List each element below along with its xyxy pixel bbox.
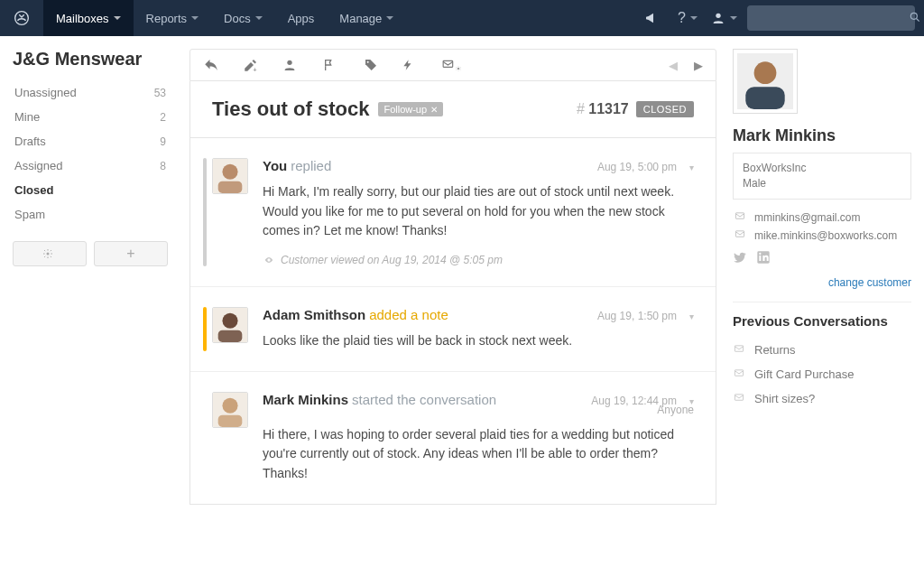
mailbox-title: J&G Menswear [13,49,168,70]
change-customer-link[interactable]: change customer [733,276,911,289]
customer-info: BoxWorksInc Male [733,153,911,200]
workflow-icon[interactable] [402,57,417,73]
assign-icon[interactable] [282,58,300,72]
svg-rect-20 [745,87,784,109]
sidebar-add-button[interactable]: + [94,241,168,266]
svg-rect-11 [218,181,243,193]
svg-point-3 [47,253,50,256]
email-icon [733,392,745,405]
nav-manage[interactable]: Manage [327,0,406,36]
tag-badge[interactable]: Follow-up✕ [378,102,443,116]
linkedin-icon[interactable] [756,250,771,267]
prev-icon[interactable]: ◀ [669,59,678,72]
svg-point-13 [222,313,237,329]
status-badge: CLOSED [636,101,694,117]
remove-tag-icon[interactable]: ✕ [430,105,438,115]
nav-docs[interactable]: Docs [211,0,275,36]
folder-closed[interactable]: Closed [13,178,168,202]
svg-rect-24 [759,256,761,261]
caret-down-icon [386,16,393,20]
avatar [212,392,248,428]
caret-down-icon [255,16,263,20]
status-icon[interactable] [323,58,340,72]
conversation-toolbar: + ◀ ▶ [189,49,716,81]
customer-email[interactable]: mminkins@gmail.com [733,209,911,227]
customer-socials [733,250,911,267]
avatar [212,158,248,194]
tag-icon[interactable] [364,58,378,72]
top-nav: Mailboxes Reports Docs Apps Manage ? [0,0,924,36]
svg-rect-7 [443,60,453,67]
previous-conversation[interactable]: Gift Card Purchase [733,362,911,386]
conversation-subject: Ties out of stock [212,98,369,121]
svg-rect-14 [218,330,243,342]
message-menu-icon[interactable]: ▾ [689,311,694,321]
svg-point-25 [759,252,761,254]
folder-mine[interactable]: Mine2 [13,105,168,129]
message: Mark Minkinsstarted the conversationAug … [190,371,716,504]
search-input[interactable] [756,6,909,30]
nav-apps[interactable]: Apps [275,0,328,36]
caret-down-icon [690,16,698,20]
avatar [212,307,248,343]
logo[interactable] [0,0,43,36]
nav-reports[interactable]: Reports [134,0,212,36]
svg-point-1 [716,14,720,18]
message: YourepliedAug 19, 5:00 pm▾Hi Mark, I'm r… [190,138,716,286]
twitter-icon[interactable] [733,250,747,267]
folder-assigned[interactable]: Assigned8 [13,153,168,178]
sidebar-settings-button[interactable] [13,241,87,266]
customer-name: Mark Minkins [733,126,911,145]
reply-icon[interactable] [203,57,219,73]
message-menu-icon[interactable]: ▾ [689,163,694,172]
svg-rect-17 [218,414,243,426]
options-icon[interactable] [440,58,465,72]
folder-drafts[interactable]: Drafts9 [13,129,168,153]
previous-conversations-title: Previous Conversations [733,313,911,329]
message: Adam Smithsonadded a noteAug 19, 1:50 pm… [190,286,716,371]
svg-point-5 [287,60,291,65]
nav-mailboxes[interactable]: Mailboxes [43,0,134,36]
email-icon [733,211,747,224]
svg-point-2 [910,13,917,19]
svg-rect-27 [735,369,743,375]
caret-down-icon [114,16,121,20]
svg-text:+: + [253,66,257,74]
svg-point-6 [367,61,369,63]
sidebar: J&G Menswear Unassigned53Mine2Drafts9Ass… [0,36,180,567]
svg-point-10 [222,164,237,180]
search-box[interactable] [747,5,915,31]
folder-spam[interactable]: Spam [13,202,168,227]
svg-point-16 [222,397,237,413]
email-icon [733,229,747,242]
next-icon[interactable]: ▶ [694,59,703,72]
customer-email[interactable]: mike.minkins@boxworks.com [733,227,911,245]
svg-point-8 [457,68,459,70]
conversation-header: Ties out of stock Follow-up✕ # 11317 CLO… [189,81,716,138]
help-icon[interactable]: ? [670,0,706,36]
ticket-number: # 11317 [577,101,629,117]
caret-down-icon [191,16,199,20]
announcements-icon[interactable] [633,0,670,36]
customer-panel: Mark Minkins BoxWorksInc Male mminkins@g… [716,36,924,567]
conversation-column: + ◀ ▶ Ties out of stock Follow-up✕ # 113… [180,36,716,567]
svg-rect-22 [735,230,744,236]
thread: YourepliedAug 19, 5:00 pm▾Hi Mark, I'm r… [189,138,716,505]
email-icon [733,343,745,357]
folder-unassigned[interactable]: Unassigned53 [13,80,168,105]
email-icon [733,367,745,381]
svg-rect-28 [735,394,743,399]
customer-avatar[interactable] [733,49,798,114]
caret-down-icon [730,16,737,20]
note-add-icon[interactable]: + [243,57,259,73]
svg-rect-21 [735,212,744,218]
svg-point-19 [754,61,777,84]
account-icon[interactable] [706,0,742,36]
previous-conversation[interactable]: Returns [733,338,911,362]
previous-conversation[interactable]: Shirt sizes? [733,386,911,411]
search-icon[interactable] [909,11,921,26]
svg-rect-26 [735,345,743,350]
